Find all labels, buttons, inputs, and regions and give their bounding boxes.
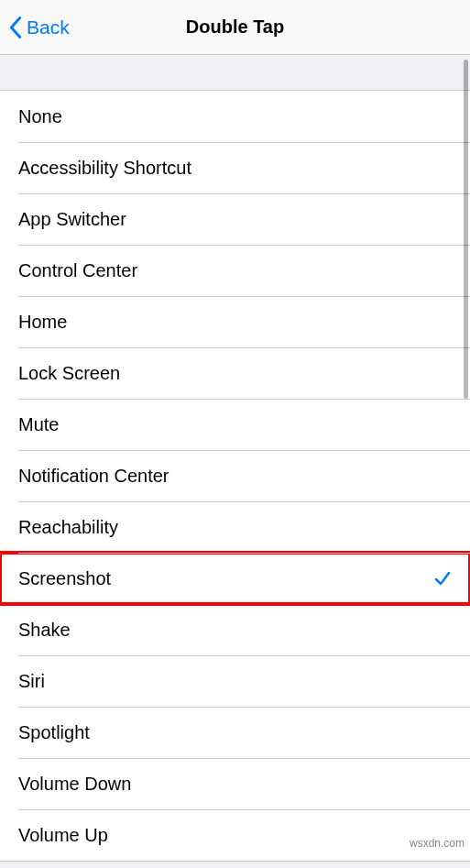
option-row[interactable]: Screenshot — [0, 553, 470, 604]
option-label: Reachability — [18, 517, 452, 538]
option-row[interactable]: Volume Down — [0, 758, 470, 809]
page-title: Double Tap — [0, 16, 470, 38]
option-label: Volume Up — [18, 825, 452, 846]
option-label: None — [18, 106, 452, 127]
option-label: Control Center — [18, 260, 452, 281]
section-spacer — [0, 55, 470, 90]
option-label: App Switcher — [18, 209, 452, 230]
option-row[interactable]: Spotlight — [0, 707, 470, 758]
option-row[interactable]: Home — [0, 296, 470, 347]
option-row[interactable]: Reachability — [0, 501, 470, 553]
watermark: wsxdn.com — [410, 837, 465, 850]
checkmark-icon — [433, 569, 452, 588]
option-row[interactable]: Siri — [0, 655, 470, 707]
option-label: Volume Down — [18, 774, 452, 795]
option-label: Screenshot — [18, 568, 433, 589]
navbar: Back Double Tap — [0, 0, 470, 55]
option-label: Accessibility Shortcut — [18, 158, 452, 179]
option-row[interactable]: Mute — [0, 399, 470, 450]
option-row[interactable]: None — [0, 91, 470, 142]
option-label: Notification Center — [18, 466, 452, 487]
chevron-left-icon — [9, 16, 22, 38]
option-label: Lock Screen — [18, 363, 452, 384]
option-label: Siri — [18, 671, 452, 692]
option-row[interactable]: App Switcher — [0, 193, 470, 245]
back-label: Back — [27, 16, 70, 38]
option-row[interactable]: Shake — [0, 604, 470, 655]
option-row[interactable]: Control Center — [0, 245, 470, 296]
option-label: Spotlight — [18, 722, 452, 743]
option-label: Shake — [18, 620, 452, 641]
option-row[interactable]: Notification Center — [0, 450, 470, 501]
option-row[interactable]: Volume Up — [0, 809, 470, 861]
option-row[interactable]: Lock Screen — [0, 347, 470, 399]
back-button[interactable]: Back — [0, 16, 70, 38]
options-list: NoneAccessibility ShortcutApp SwitcherCo… — [0, 90, 470, 862]
option-label: Mute — [18, 414, 452, 435]
scroll-indicator[interactable] — [464, 60, 468, 399]
option-row[interactable]: Accessibility Shortcut — [0, 142, 470, 193]
option-label: Home — [18, 312, 452, 333]
